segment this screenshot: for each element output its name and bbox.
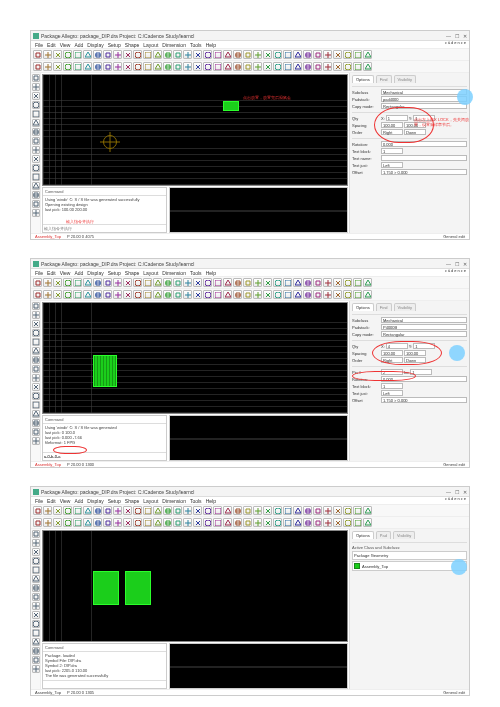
toolbar-button[interactable]: [283, 290, 292, 299]
toolbar-button[interactable]: [363, 50, 372, 59]
side-tool-button[interactable]: [32, 638, 40, 646]
toolbar-button[interactable]: [293, 278, 302, 287]
side-tool-button[interactable]: [32, 302, 40, 310]
toolbar-button[interactable]: [203, 506, 212, 515]
toolbar-button[interactable]: [123, 278, 132, 287]
toolbar-button[interactable]: [283, 278, 292, 287]
side-tool-button[interactable]: [32, 356, 40, 364]
toolbar-button[interactable]: [143, 518, 152, 527]
toolbar-button[interactable]: [223, 518, 232, 527]
toolbar-button[interactable]: [143, 506, 152, 515]
toolbar-button[interactable]: [263, 50, 272, 59]
side-tool-button[interactable]: [32, 611, 40, 619]
toolbar-button[interactable]: [33, 62, 42, 71]
menu-edit[interactable]: Edit: [47, 42, 56, 48]
toolbar-button[interactable]: [193, 506, 202, 515]
menu-dimension[interactable]: Dimension: [162, 42, 186, 48]
toolbar-button[interactable]: [233, 62, 242, 71]
toolbar-button[interactable]: [173, 290, 182, 299]
side-tool-button[interactable]: [32, 665, 40, 673]
toolbar-button[interactable]: [163, 50, 172, 59]
toolbar-button[interactable]: [43, 518, 52, 527]
side-tool-button[interactable]: [32, 401, 40, 409]
toolbar-button[interactable]: [173, 506, 182, 515]
toolbar-button[interactable]: [213, 62, 222, 71]
toolbar-button[interactable]: [363, 518, 372, 527]
toolbar-button[interactable]: [123, 62, 132, 71]
toolbar-button[interactable]: [303, 518, 312, 527]
menu-help[interactable]: Help: [206, 42, 216, 48]
toolbar-button[interactable]: [153, 506, 162, 515]
toolbar-button[interactable]: [123, 506, 132, 515]
toolbar-button[interactable]: [33, 290, 42, 299]
toolbar-button[interactable]: [183, 518, 192, 527]
toolbar-button[interactable]: [33, 506, 42, 515]
side-tool-button[interactable]: [32, 329, 40, 337]
toolbar-button[interactable]: [133, 290, 142, 299]
side-tool-button[interactable]: [32, 374, 40, 382]
toolbar-button[interactable]: [133, 518, 142, 527]
toolbar-button[interactable]: [33, 518, 42, 527]
toolbar-button[interactable]: [153, 50, 162, 59]
placed-pad[interactable]: [223, 101, 239, 111]
side-tool-button[interactable]: [32, 647, 40, 655]
toolbar-button[interactable]: [133, 50, 142, 59]
toolbar-button[interactable]: [223, 290, 232, 299]
menu-file[interactable]: File: [35, 42, 43, 48]
toolbar-button[interactable]: [113, 50, 122, 59]
toolbar-button[interactable]: [303, 506, 312, 515]
textname-input[interactable]: [381, 155, 467, 161]
toolbar-button[interactable]: [353, 278, 362, 287]
textblock-input[interactable]: 1: [381, 148, 403, 154]
toolbar-button[interactable]: [183, 278, 192, 287]
toolbar-button[interactable]: [323, 50, 332, 59]
offset-input[interactable]: 1.750 > 0.000: [381, 169, 467, 175]
side-tool-button[interactable]: [32, 182, 40, 190]
class-select[interactable]: Package Geometry: [352, 551, 467, 560]
toolbar-button[interactable]: [183, 290, 192, 299]
toolbar-button[interactable]: [263, 518, 272, 527]
toolbar-button[interactable]: [293, 518, 302, 527]
toolbar-button[interactable]: [263, 290, 272, 299]
toolbar-button[interactable]: [63, 506, 72, 515]
toolbar-button[interactable]: [313, 278, 322, 287]
design-canvas[interactable]: [42, 302, 348, 414]
padstack-select[interactable]: pad4000: [381, 96, 467, 102]
toolbar-button[interactable]: [93, 290, 102, 299]
toolbar-button[interactable]: [173, 50, 182, 59]
toolbar-button[interactable]: [353, 50, 362, 59]
toolbar-button[interactable]: [273, 290, 282, 299]
toolbar-button[interactable]: [323, 278, 332, 287]
toolbar-button[interactable]: [253, 50, 262, 59]
toolbar-button[interactable]: [173, 278, 182, 287]
toolbar-button[interactable]: [363, 62, 372, 71]
toolbar-button[interactable]: [233, 290, 242, 299]
subclass-select[interactable]: Mechanical: [381, 89, 467, 95]
toolbar-button[interactable]: [223, 278, 232, 287]
textjust-input[interactable]: Left: [381, 162, 403, 168]
toolbar-button[interactable]: [353, 518, 362, 527]
toolbar-button[interactable]: [273, 50, 282, 59]
toolbar-button[interactable]: [243, 290, 252, 299]
toolbar-button[interactable]: [283, 62, 292, 71]
side-tool-button[interactable]: [32, 119, 40, 127]
toolbar-button[interactable]: [223, 506, 232, 515]
toolbar-button[interactable]: [253, 518, 262, 527]
side-tool-button[interactable]: [32, 530, 40, 538]
toolbar-button[interactable]: [333, 50, 342, 59]
toolbar-button[interactable]: [303, 278, 312, 287]
tab-options[interactable]: Options: [352, 75, 374, 83]
side-tool-button[interactable]: [32, 320, 40, 328]
side-tool-button[interactable]: [32, 539, 40, 547]
toolbar-button[interactable]: [343, 62, 352, 71]
toolbar-button[interactable]: [253, 506, 262, 515]
toolbar-button[interactable]: [203, 62, 212, 71]
design-canvas[interactable]: 点击放置，放置完后滑鼠会: [42, 74, 348, 186]
side-tool-button[interactable]: [32, 392, 40, 400]
side-tool-button[interactable]: [32, 209, 40, 217]
menu-view[interactable]: View: [60, 42, 71, 48]
toolbar-button[interactable]: [243, 518, 252, 527]
side-tool-button[interactable]: [32, 419, 40, 427]
side-tool-button[interactable]: [32, 602, 40, 610]
toolbar-button[interactable]: [243, 506, 252, 515]
